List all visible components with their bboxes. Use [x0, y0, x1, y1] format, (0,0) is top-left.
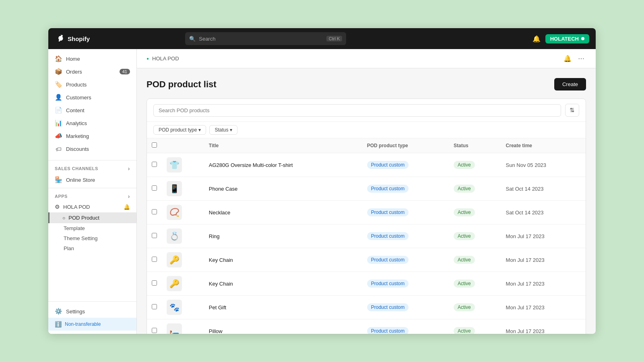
- row-checkbox[interactable]: [152, 328, 157, 333]
- row-title-cell[interactable]: Necklace: [204, 201, 362, 224]
- info-icon: ℹ️: [55, 321, 62, 327]
- pod-product-label: POD Product: [68, 215, 99, 221]
- table-row: 👕 AG280G Oversize Multi-color T-shirt Pr…: [147, 153, 586, 177]
- sidebar-item-marketing[interactable]: 📣 Marketing: [48, 130, 136, 142]
- sidebar-home-label: Home: [66, 56, 80, 62]
- sidebar-item-hola-pod[interactable]: ⚙ HOLA POD 🔔: [48, 201, 136, 212]
- more-icon[interactable]: ⋯: [576, 53, 586, 64]
- sidebar-item-plan[interactable]: Plan: [48, 243, 136, 253]
- row-checkbox[interactable]: [152, 162, 157, 167]
- table-row: 📱 Phone Case Product custom Active Sat O…: [147, 177, 586, 201]
- product-thumbnail: 👕: [167, 157, 182, 173]
- search-bar[interactable]: 🔍 Search Ctrl K: [185, 32, 346, 45]
- sidebar-item-orders[interactable]: 📦 Orders 41: [48, 65, 136, 78]
- status-badge: Active: [454, 232, 475, 240]
- th-pod-type: POD product type: [362, 138, 449, 153]
- sidebar-item-customers[interactable]: 👤 Customers: [48, 91, 136, 104]
- row-status-cell: Active: [449, 319, 501, 334]
- row-status-cell: Active: [449, 177, 501, 201]
- home-icon: 🏠: [55, 55, 62, 62]
- row-pod-type-cell: Product custom: [362, 201, 449, 224]
- page-area: ● HOLA POD 🔔 ⋯ POD product list Create: [137, 49, 596, 334]
- sidebar-item-theme-setting[interactable]: Theme Setting: [48, 233, 136, 243]
- row-title-cell[interactable]: Key Chain: [204, 248, 362, 272]
- sidebar-item-discounts[interactable]: 🏷 Discounts: [48, 142, 136, 155]
- sidebar-marketing-label: Marketing: [66, 133, 89, 139]
- top-nav: Shopify 🔍 Search Ctrl K 🔔 HOLATECH: [48, 28, 596, 49]
- sidebar-item-home[interactable]: 🏠 Home: [48, 52, 136, 65]
- row-title-cell[interactable]: Ring: [204, 224, 362, 248]
- pod-type-badge: Product custom: [367, 232, 409, 240]
- chevron-status-icon: ▾: [230, 127, 232, 133]
- th-title: Title: [204, 138, 362, 153]
- discounts-icon: 🏷: [55, 145, 62, 152]
- template-label: Template: [64, 225, 85, 231]
- content-icon: 📄: [55, 107, 62, 114]
- row-title-cell[interactable]: AG280G Oversize Multi-color T-shirt: [204, 153, 362, 177]
- row-checkbox[interactable]: [152, 280, 157, 286]
- bell-icon[interactable]: 🔔: [533, 35, 541, 43]
- row-create-time-cell: Mon Jul 17 2023: [501, 296, 586, 319]
- sidebar-item-template[interactable]: Template: [48, 223, 136, 233]
- create-button[interactable]: Create: [554, 78, 586, 90]
- orders-badge: 41: [120, 69, 130, 74]
- row-status-cell: Active: [449, 296, 501, 319]
- products-icon: 🏷️: [55, 81, 62, 88]
- status-badge: Active: [454, 303, 475, 311]
- search-input[interactable]: [153, 104, 561, 117]
- sidebar-item-products[interactable]: 🏷️ Products: [48, 78, 136, 91]
- row-create-time-cell: Mon Jul 17 2023: [501, 272, 586, 296]
- sidebar-divider-1: [48, 160, 136, 160]
- table-container: ⇅ POD product type ▾ Status ▾: [147, 99, 586, 334]
- table-toolbar: ⇅: [147, 99, 586, 122]
- row-checkbox[interactable]: [152, 233, 157, 238]
- table-row: 🛏️ Pillow Product custom Active Mon Jul …: [147, 319, 586, 334]
- pod-product-icon: ○: [62, 215, 65, 221]
- row-pod-type-cell: Product custom: [362, 272, 449, 296]
- filter-pod-type[interactable]: POD product type ▾: [153, 125, 206, 135]
- sidebar-nav-section: 🏠 Home 📦 Orders 41 🏷️ Products 👤 C: [48, 49, 136, 158]
- sort-button[interactable]: ⇅: [565, 104, 579, 117]
- row-checkbox[interactable]: [152, 209, 157, 214]
- user-badge[interactable]: HOLATECH: [545, 34, 589, 43]
- row-pod-type-cell: Product custom: [362, 319, 449, 334]
- product-table: Title POD product type Status Create tim…: [147, 138, 586, 334]
- sidebar-item-online-store[interactable]: 🏪 Online Store: [48, 173, 136, 186]
- sidebar: 🏠 Home 📦 Orders 41 🏷️ Products 👤 C: [48, 49, 137, 334]
- row-title-cell[interactable]: Key Chain: [204, 272, 362, 296]
- row-title-cell[interactable]: Phone Case: [204, 177, 362, 201]
- row-title-cell[interactable]: Pet Gift: [204, 296, 362, 319]
- filter-status-label: Status: [215, 127, 228, 133]
- row-checkbox[interactable]: [152, 185, 157, 191]
- row-create-time-cell: Mon Jul 17 2023: [501, 319, 586, 334]
- row-thumb-cell: 💍: [162, 224, 204, 248]
- row-checkbox-cell: [147, 248, 162, 272]
- shopify-title: Shopify: [68, 35, 90, 42]
- product-thumbnail: 🔑: [167, 276, 182, 291]
- sidebar-item-settings[interactable]: ⚙️ Settings: [48, 305, 136, 318]
- non-transferable-banner[interactable]: ℹ️ Non-transferable: [48, 318, 136, 331]
- filter-status[interactable]: Status ▾: [209, 125, 237, 135]
- bell-small-icon: 🔔: [124, 204, 130, 210]
- row-status-cell: Active: [449, 272, 501, 296]
- row-checkbox-cell: [147, 177, 162, 201]
- row-checkbox[interactable]: [152, 257, 157, 262]
- row-checkbox[interactable]: [152, 304, 157, 309]
- row-title-cell[interactable]: Pillow: [204, 319, 362, 334]
- hola-pod-icon: ⚙: [55, 204, 60, 210]
- select-all-checkbox[interactable]: [152, 142, 157, 148]
- product-thumbnail: 🛏️: [167, 323, 182, 334]
- page-header-bar: ● HOLA POD 🔔 ⋯: [137, 49, 596, 68]
- search-input-wrap: [153, 104, 561, 117]
- sidebar-products-label: Products: [66, 82, 87, 88]
- sidebar-item-pod-product[interactable]: ○ POD Product: [48, 212, 136, 223]
- sidebar-item-content[interactable]: 📄 Content: [48, 104, 136, 117]
- bell-page-icon[interactable]: 🔔: [562, 53, 573, 64]
- status-badge: Active: [454, 185, 475, 193]
- th-checkbox: [147, 138, 162, 153]
- search-text: Search: [199, 36, 215, 42]
- sidebar-item-analytics[interactable]: 📊 Analytics: [48, 117, 136, 130]
- row-pod-type-cell: Product custom: [362, 177, 449, 201]
- sidebar-divider-2: [48, 188, 136, 188]
- table-row: 🔑 Key Chain Product custom Active Mon Ju…: [147, 248, 586, 272]
